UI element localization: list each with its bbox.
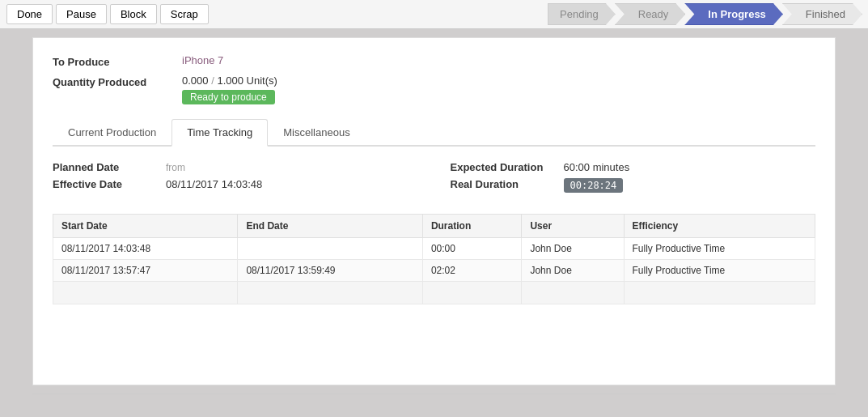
- col-end-date: End Date: [238, 215, 422, 238]
- pause-button[interactable]: Pause: [56, 4, 107, 24]
- effective-date-label: Effective Date: [53, 178, 166, 190]
- col-efficiency: Efficiency: [624, 215, 815, 238]
- table-row-empty: [53, 282, 815, 304]
- time-right-panel: Expected Duration 60:00 minutes Real Dur…: [451, 161, 816, 198]
- empty-cell: [238, 282, 422, 304]
- to-produce-row: To Produce iPhone 7: [53, 54, 815, 68]
- expected-duration-value: 60:00 minutes: [564, 161, 630, 173]
- row2-end-date: 08/11/2017 13:59:49: [238, 260, 422, 282]
- pipeline-finished[interactable]: Finished: [782, 3, 862, 25]
- real-duration-badge: 00:28:24: [564, 178, 624, 193]
- col-start-date: Start Date: [53, 215, 238, 238]
- pipeline-in-progress[interactable]: In Progress: [684, 3, 783, 25]
- tabs: Current Production Time Tracking Miscell…: [53, 119, 815, 147]
- to-produce-value: iPhone 7: [182, 54, 223, 66]
- toolbar: Done Pause Block Scrap Pending Ready In …: [0, 0, 868, 29]
- expected-duration-row: Expected Duration 60:00 minutes: [451, 161, 816, 173]
- table-body: 08/11/2017 14:03:48 00:00 John Doe Fully…: [53, 238, 815, 304]
- empty-cell: [422, 282, 522, 304]
- tracking-table: Start Date End Date Duration User Effici…: [53, 214, 815, 304]
- planned-date-label: Planned Date: [53, 161, 166, 173]
- real-duration-label: Real Duration: [451, 178, 564, 193]
- quantity-current: 0.000: [182, 74, 209, 87]
- row1-start-date: 08/11/2017 14:03:48: [53, 238, 238, 260]
- row2-efficiency: Fully Productive Time: [624, 260, 815, 282]
- block-button[interactable]: Block: [110, 4, 157, 24]
- col-user: User: [522, 215, 624, 238]
- scrap-button[interactable]: Scrap: [160, 4, 209, 24]
- row1-end-date: [238, 238, 422, 260]
- empty-cell: [522, 282, 624, 304]
- row2-start-date: 08/11/2017 13:57:47: [53, 260, 238, 282]
- planned-date-from: from: [166, 162, 185, 173]
- pipeline-pending[interactable]: Pending: [548, 3, 616, 25]
- real-duration-row: Real Duration 00:28:24: [451, 178, 816, 193]
- row1-user: John Doe: [522, 238, 624, 260]
- expected-duration-label: Expected Duration: [451, 161, 564, 173]
- tab-current-production[interactable]: Current Production: [53, 119, 171, 147]
- time-tracking-section: Planned Date from Effective Date 08/11/2…: [53, 161, 815, 198]
- pipeline-ready[interactable]: Ready: [615, 3, 686, 25]
- to-produce-label: To Produce: [53, 54, 182, 68]
- row2-user: John Doe: [522, 260, 624, 282]
- real-duration-value: 00:28:24: [564, 178, 624, 193]
- row2-duration: 02:02: [422, 260, 522, 282]
- quantity-label: Quantity Produced: [53, 74, 182, 88]
- empty-cell: [624, 282, 815, 304]
- main-content: To Produce iPhone 7 Quantity Produced 0.…: [32, 37, 836, 385]
- tab-miscellaneous[interactable]: Miscellaneous: [268, 119, 365, 147]
- effective-date-value: 08/11/2017 14:03:48: [166, 178, 262, 190]
- col-duration: Duration: [422, 215, 522, 238]
- empty-cell: [53, 282, 238, 304]
- tab-time-tracking[interactable]: Time Tracking: [171, 119, 268, 147]
- row1-efficiency: Fully Productive Time: [624, 238, 815, 260]
- quantity-total: 1.000: [217, 74, 243, 87]
- table-row: 08/11/2017 14:03:48 00:00 John Doe Fully…: [53, 238, 815, 260]
- planned-date-value: from: [166, 161, 185, 173]
- time-left-panel: Planned Date from Effective Date 08/11/2…: [53, 161, 418, 198]
- done-button[interactable]: Done: [6, 4, 53, 24]
- table-header: Start Date End Date Duration User Effici…: [53, 215, 815, 238]
- status-pipeline: Pending Ready In Progress Finished: [548, 3, 862, 25]
- quantity-row: Quantity Produced 0.000 / 1.000 Unit(s) …: [53, 74, 815, 104]
- bottom-divider: [32, 394, 836, 394]
- quantity-value: 0.000 / 1.000 Unit(s) Ready to produce: [182, 74, 277, 104]
- quantity-unit-label: Unit(s): [247, 74, 277, 87]
- ready-badge: Ready to produce: [182, 90, 275, 104]
- to-produce-link[interactable]: iPhone 7: [182, 54, 223, 66]
- row1-duration: 00:00: [422, 238, 522, 260]
- planned-date-row: Planned Date from: [53, 161, 418, 173]
- table-row: 08/11/2017 13:57:47 08/11/2017 13:59:49 …: [53, 260, 815, 282]
- effective-date-row: Effective Date 08/11/2017 14:03:48: [53, 178, 418, 190]
